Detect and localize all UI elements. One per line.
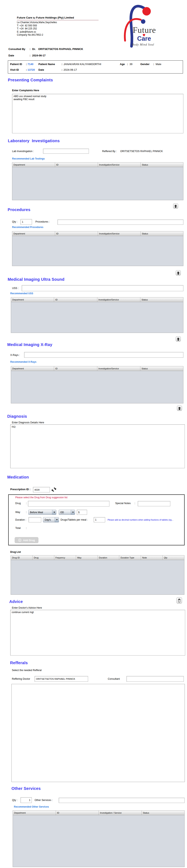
column-header-investigation-service: Investigation/Service <box>97 298 140 302</box>
uss-delete-button[interactable] <box>176 336 181 342</box>
duration-label: Duration : <box>15 518 26 521</box>
lab-table: Department ID Investigation/Service Stat… <box>12 162 183 200</box>
column-header-id: ID <box>55 162 98 167</box>
per-meal-input[interactable] <box>94 517 105 522</box>
procedures-delete-button[interactable] <box>176 270 181 276</box>
uss-table-header: Department ID Investigation/Service Stat… <box>11 297 183 302</box>
visit-id-value: 13720 <box>28 68 35 71</box>
logo-graphic: Future Care Body Mind Soul <box>120 2 162 48</box>
special-notes-label: Special Notes <box>115 502 131 505</box>
uss-label: USS : <box>12 287 19 289</box>
reffering-doctor-input[interactable] <box>35 676 88 682</box>
lab-reffered-by-value: ORITSETSETOS RAPHAEL PINNICK <box>120 150 163 153</box>
procedures-input[interactable] <box>58 219 183 225</box>
other-services-label: Other Services : <box>35 799 53 802</box>
uss-input[interactable] <box>22 285 183 291</box>
way-selected-value: Before Meal <box>29 510 52 515</box>
trash-icon <box>177 271 180 275</box>
address-line: Company No.8417652-2 <box>17 33 57 37</box>
chevron-down-icon <box>55 517 59 522</box>
patient-name-label: Patient Name <box>38 63 55 66</box>
xray-table-header: Department ID Investigation/Service Stat… <box>11 366 183 371</box>
refferals-sub-label: Select the needed Refferal <box>12 669 42 672</box>
duration-type-selected-value: Day/s <box>43 517 55 522</box>
advice-delete-button[interactable] <box>177 597 182 603</box>
diagnosis-textarea[interactable]: ISQ <box>10 424 185 468</box>
recommended-procedures-link[interactable]: Recommended Procedures <box>12 226 43 228</box>
other-qty-input[interactable] <box>21 797 32 803</box>
address-line: T: +24 82 593 593 <box>17 24 57 27</box>
trash-icon <box>174 205 177 208</box>
add-drug-button-label: Add Drug <box>23 539 35 542</box>
other-services-table: Department ID Investigation / Service St… <box>13 810 185 867</box>
complaints-label: Enter Complaints Here <box>12 89 39 92</box>
duration-input[interactable] <box>29 517 41 522</box>
company-name-rest: Future Holdings (Pty) Limited <box>36 16 74 19</box>
colon: : <box>30 48 30 51</box>
column-header-department: Department <box>11 298 54 302</box>
column-header-department: Department <box>12 231 55 236</box>
column-header-id: ID <box>54 298 97 302</box>
drug-input[interactable] <box>28 501 109 506</box>
visit-id-label: Visit ID <box>10 68 19 71</box>
refferals-list-box[interactable] <box>11 684 185 782</box>
lab-reffered-by-label: Reffered By : <box>102 150 117 153</box>
other-qty-label: Qty : <box>12 799 17 802</box>
lab-delete-button[interactable] <box>173 204 178 209</box>
prescription-refresh-button[interactable] <box>51 487 57 493</box>
address-line: T: +24 84 225 252 <box>17 27 57 30</box>
drug-suggestion-alert: Please select the Drug from Drug suggess… <box>15 496 67 499</box>
special-notes-input[interactable] <box>138 501 170 506</box>
drug-list-table-body <box>11 560 184 595</box>
colon: : <box>127 63 128 66</box>
column-header-department: Department <box>11 366 54 371</box>
gender-value: Male <box>156 63 161 66</box>
colon: : <box>30 54 30 57</box>
doctor-prefix: Dr. <box>32 48 36 51</box>
column-header-status: Status <box>142 811 185 815</box>
uss-table: Department ID Investigation/Service Stat… <box>11 297 183 333</box>
column-header-duration: Duration <box>98 555 119 560</box>
recommended-lab-testings-link[interactable]: Recommended Lab Testings <box>12 157 45 160</box>
chevron-down-icon <box>71 510 75 515</box>
lab-investigation-label: Lab Investingation : <box>12 150 34 153</box>
column-header-department: Department <box>13 811 56 815</box>
age-label: Age <box>120 63 125 66</box>
section-heading-diagnosis: Diagnosis <box>7 414 27 419</box>
trash-icon <box>177 337 180 341</box>
colon: : <box>135 502 135 505</box>
lab-investigation-input[interactable] <box>43 149 89 154</box>
xray-table: Department ID Investigation/Service Stat… <box>11 366 183 403</box>
frequency-select[interactable]: OD <box>59 510 75 515</box>
per-meal-label: Drugs/Tablets per meal : <box>61 518 88 521</box>
procedures-qty-input[interactable] <box>21 219 32 225</box>
address-line: E: jude@future.sc <box>17 30 57 34</box>
recommended-xray-link[interactable]: Recommended X-Rays <box>10 361 36 363</box>
complaints-textarea[interactable]: ABD uss showed normal study awaiting FBC… <box>12 94 183 133</box>
duration-type-select[interactable]: Day/s <box>43 517 59 522</box>
procedures-table: Department ID Investigation/Service Stat… <box>12 231 183 266</box>
other-services-input[interactable] <box>59 798 185 803</box>
colon: : <box>26 68 27 71</box>
xray-delete-button[interactable] <box>177 406 182 411</box>
way-select[interactable]: Before Meal <box>28 510 56 515</box>
letterhead-divider <box>17 20 99 20</box>
colon: : <box>26 502 27 505</box>
column-header-id: ID <box>54 366 97 371</box>
advice-textarea[interactable]: continue current mgt <box>10 610 185 655</box>
frequency-selected-value: OD <box>59 510 71 515</box>
xray-input[interactable] <box>24 352 183 358</box>
recommended-uss-link[interactable]: Recommended USS <box>10 292 33 295</box>
frequency-qty-input[interactable] <box>77 510 87 515</box>
consultant-input[interactable] <box>126 676 184 682</box>
recommended-other-services-link[interactable]: Recommended Other Services <box>14 805 49 808</box>
prescription-id-input[interactable] <box>33 487 50 492</box>
column-header-investigation-service: Investigation/Service <box>98 231 141 236</box>
diagnosis-label: Enter Diagnosis Details Here <box>12 421 44 424</box>
procedures-table-header: Department ID Investigation/Service Stat… <box>12 231 183 236</box>
column-header-drug-id: Drug ID <box>11 555 33 560</box>
colon: : <box>62 63 62 66</box>
add-drug-button[interactable]: Add Drug <box>15 537 38 543</box>
advice-label: Enter Doctor's Advice Here <box>12 607 42 609</box>
future-care-logo: Future Care Body Mind Soul <box>120 2 162 48</box>
